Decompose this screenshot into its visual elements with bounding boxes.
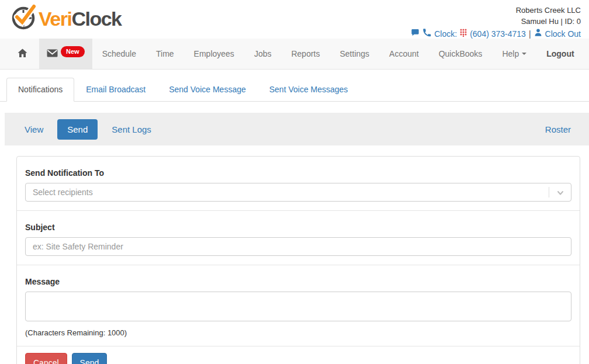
vericlock-logo[interactable]: VeriClock (11, 4, 121, 34)
select-divider (549, 187, 549, 197)
form-actions: Cancel Send (17, 346, 580, 364)
message-label: Message (25, 277, 571, 286)
subnav-send-button[interactable]: Send (57, 119, 98, 140)
subject-label: Subject (25, 223, 571, 232)
tab-send-voice-message[interactable]: Send Voice Message (157, 78, 258, 102)
logo-veri-text: Veri (39, 8, 71, 30)
clock-row: Clock: (604) 373-4713 | Clock Out (411, 28, 581, 40)
nav-item-schedule[interactable]: Schedule (92, 39, 146, 69)
page-header: VeriClock Roberts Creek LLC Samuel Hu | … (0, 0, 589, 39)
clock-logo-icon (11, 4, 37, 34)
characters-remaining: (Characters Remaining: 1000) (25, 328, 571, 337)
nav-item-time[interactable]: Time (146, 39, 184, 69)
nav-item-logout[interactable]: Logout (536, 39, 584, 69)
logo-clock-text: Clock (71, 8, 121, 30)
nav-item-account[interactable]: Account (379, 39, 429, 69)
notification-tabs: Notifications Email Broadcast Send Voice… (0, 78, 589, 102)
recipients-select[interactable]: Select recipients (25, 183, 571, 202)
nav-item-help[interactable]: Help (492, 39, 536, 69)
phone-icon[interactable] (422, 28, 431, 40)
clock-out-link[interactable]: Clock Out (545, 29, 581, 40)
nav-item-messages[interactable]: New (39, 39, 92, 69)
send-button[interactable]: Send (72, 353, 108, 364)
clock-phone-number-link[interactable]: (604) 373-4713 (470, 29, 526, 40)
cancel-button[interactable]: Cancel (25, 353, 67, 364)
account-info-block: Roberts Creek LLC Samuel Hu | ID: 0 Cloc… (411, 4, 581, 40)
recipients-label: Send Notification To (25, 168, 571, 178)
home-icon (18, 48, 27, 60)
message-textarea[interactable] (25, 292, 571, 321)
nav-item-settings[interactable]: Settings (330, 39, 379, 69)
header-separator: | (529, 29, 531, 40)
recipients-section: Send Notification To Select recipients (17, 157, 580, 210)
nav-item-reports[interactable]: Reports (281, 39, 330, 69)
nav-item-jobs[interactable]: Jobs (244, 39, 282, 69)
tab-notifications[interactable]: Notifications (6, 78, 74, 102)
subnav-roster-link[interactable]: Roster (545, 124, 571, 134)
nav-item-quickbooks[interactable]: QuickBooks (429, 39, 493, 69)
main-navbar: New Schedule Time Employees Jobs Reports… (0, 39, 589, 70)
subnav-sent-logs-link[interactable]: Sent Logs (112, 124, 151, 134)
subnav-view-link[interactable]: View (25, 124, 43, 134)
caret-down-icon (522, 53, 526, 55)
recipients-placeholder: Select recipients (33, 188, 93, 197)
nav-item-home[interactable] (6, 39, 39, 69)
message-section: Message (Characters Remaining: 1000) (17, 265, 580, 346)
envelope-icon (47, 49, 58, 59)
help-label: Help (502, 49, 519, 58)
tab-sent-voice-messages[interactable]: Sent Voice Messages (258, 78, 360, 102)
chevron-down-icon[interactable] (556, 189, 564, 199)
nav-item-employees[interactable]: Employees (184, 39, 244, 69)
logo-wordmark: VeriClock (39, 5, 121, 33)
user-info: Samuel Hu | ID: 0 (411, 16, 581, 27)
subject-section: Subject (17, 211, 580, 265)
clock-label: Clock: (434, 29, 457, 40)
person-icon (534, 28, 542, 40)
tab-email-broadcast[interactable]: Email Broadcast (74, 78, 157, 102)
company-name: Roberts Creek LLC (411, 5, 581, 16)
sms-icon[interactable] (411, 29, 420, 40)
new-badge: New (61, 46, 85, 57)
subject-input[interactable] (25, 237, 571, 256)
send-notification-card: Send Notification To Select recipients S… (16, 156, 580, 364)
notifications-subnav: View Send Sent Logs Roster (5, 113, 589, 145)
dialpad-icon (460, 29, 467, 40)
